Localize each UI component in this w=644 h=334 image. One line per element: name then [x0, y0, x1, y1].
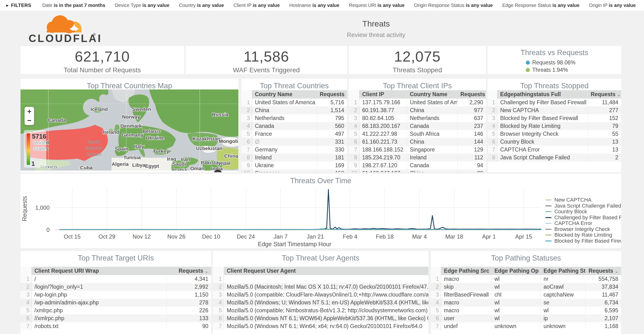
row-rank: 8 — [242, 154, 252, 162]
legend-item-blocked-by-filter-based-firewall[interactable]: Blocked by Filter Based Firewall — [545, 238, 620, 244]
cell-client-request-uri-wrap: /login/?login_only=1 — [32, 283, 166, 291]
column-header-edge-pathing-src[interactable]: Edge Pathing Src — [441, 267, 492, 275]
map-area: CanadaUnitedStatesMexicoCubaIcelandIrela… — [20, 90, 238, 171]
map-label-uzbekistan: Uzbekistan — [196, 146, 222, 151]
cell-country-name: Ireland — [252, 154, 317, 162]
column-header-client-ip[interactable]: Client IP — [359, 90, 407, 99]
filter-origin-ip[interactable]: Origin IP is any value — [589, 3, 636, 8]
column-header-client-request-uri-wrap[interactable]: Client Request URI Wrap — [32, 267, 166, 275]
legend-label: New CAPTCHA — [554, 197, 591, 203]
stat-label: Total Number of Requests — [20, 66, 184, 74]
cloudflare-logo: CLOUDFLARE ® — [24, 12, 100, 45]
row-rank: 7 — [20, 322, 32, 330]
legend-item-country-block[interactable]: Country Block — [545, 209, 620, 215]
filter-date[interactable]: Date is in the past 7 months — [42, 3, 105, 8]
cloudflare-wordmark: CLOUDFLARE — [28, 33, 100, 44]
table-row: 3/wp-login.php1,150 — [20, 291, 211, 299]
cell-requests: 181 — [317, 154, 347, 162]
row-rank: 3 — [431, 291, 441, 299]
filter-client-ip[interactable]: Client IP is any value — [234, 3, 280, 8]
column-header-requests[interactable]: Requests⌄ — [166, 267, 211, 275]
x-tick-label: Apr 1 — [482, 233, 496, 240]
table-row: 6∅331 — [242, 138, 347, 146]
cell-country-name: China — [407, 169, 458, 172]
legend-item-new-captcha[interactable]: New CAPTCHA — [545, 197, 620, 203]
table-row: 3filterBasedFirewallchlcaptchaNew11,467 — [431, 291, 621, 299]
page-title: Threats — [347, 19, 406, 28]
cell-edge-pathing-status: wl — [540, 306, 585, 314]
legend-item-blocked-by-rate-limiting[interactable]: Blocked by Rate Limiting — [545, 232, 620, 238]
table-row: 661.160.221.73China144 — [349, 138, 486, 146]
cell-edgepathingstatus-full: Blocked by Filter Based Firewall — [497, 114, 588, 122]
panel-title: Top Threats Stopped — [488, 82, 621, 90]
column-header-country-name[interactable]: Country Name — [407, 90, 458, 99]
legend-line-icon — [545, 229, 552, 230]
filter-origin-response-status[interactable]: Origin Response Status is any value — [414, 3, 493, 8]
panel-top-pathing-statuses: Top Pathing Statuses Edge Pathing SrcEdg… — [431, 251, 621, 334]
threats-over-time-chart[interactable]: 01,000Oct 15Oct 29Nov 12Nov 26Dec 10Dec … — [20, 174, 621, 248]
top-pathing-statuses: Edge Pathing SrcEdge Pathing OpEdge Path… — [431, 267, 621, 334]
top-threat-client-ips-table: Client IPCountry NameRequests⌄1137.175.7… — [349, 90, 486, 172]
column-header-edgepathingstatus-full[interactable]: Edgepathingstatus Full — [497, 90, 588, 99]
cell-requests: 277 — [588, 106, 621, 114]
row-rank: 7 — [213, 322, 224, 330]
table-row: 2Mozilla/5.0 (Macintosh; Intel Mac OS X … — [213, 283, 428, 291]
zoom-in-button[interactable]: + — [24, 107, 34, 116]
column-header-requests[interactable]: Requests⌄ — [588, 90, 621, 99]
column-header-requests[interactable]: Requests⌄ — [585, 267, 621, 275]
row-rank: 10 — [349, 169, 359, 172]
map-color-legend: 5716 1 — [24, 130, 46, 168]
legend-item-java-script-challenge-failed[interactable]: Java Script Challenge Failed — [545, 203, 620, 209]
cell-edge-pathing-src: filterBasedFirewall — [441, 291, 492, 299]
row-rank: 8 — [488, 154, 497, 162]
legend-item-captcha-error[interactable]: CAPTCHA Error — [545, 220, 620, 226]
cell-requests: 5,716 — [317, 99, 347, 106]
filter-request-uri[interactable]: Request URI is any value — [349, 3, 404, 8]
legend-line-icon — [545, 223, 552, 224]
y-tick-label: 0 — [46, 227, 50, 233]
map-label-libya: Libya — [132, 162, 146, 168]
cell-requests: 1,514 — [317, 106, 347, 114]
filter-hostname[interactable]: Hostname is any value — [289, 3, 340, 8]
row-rank: 6 — [242, 138, 252, 146]
cell-requests: 2,290 — [458, 99, 486, 106]
tvr-legend-label: Threats 1.94% — [532, 67, 568, 73]
filter-country[interactable]: Country is any value — [179, 3, 224, 8]
row-rank: 9 — [349, 162, 359, 169]
column-header-requests[interactable]: Requests⌄ — [458, 90, 486, 99]
row-rank: 3 — [213, 291, 224, 299]
filter-value: is any value — [609, 3, 636, 8]
top-threat-user-agents-table: Client Request User Agent12Mozilla/5.0 (… — [213, 267, 428, 330]
rank-column-header — [349, 90, 359, 99]
filter-device-type[interactable]: Device Type is any value — [115, 3, 170, 8]
table-row: 9Ukraine169 — [242, 162, 347, 169]
cell-requests: 977 — [458, 106, 486, 114]
column-header-edge-pathing-op[interactable]: Edge Pathing Op — [492, 267, 540, 275]
rank-column-header — [488, 90, 497, 99]
cell-edge-pathing-status: se — [540, 299, 585, 306]
cell-requests: 637 — [458, 114, 486, 122]
filter-edge-response-status[interactable]: Edge Response Status is any value — [502, 3, 580, 8]
filter-label: Edge Response Status — [502, 3, 552, 8]
cell-requests: 795 — [317, 114, 347, 122]
cell-client-ip: 188.166.188.152 — [359, 146, 407, 154]
column-header-requests[interactable]: Requests⌄ — [317, 90, 347, 99]
threat-countries-map[interactable]: CanadaUnitedStatesMexicoCubaIcelandIrela… — [20, 90, 238, 171]
row-rank: 6 — [431, 314, 441, 322]
filters-toggle[interactable]: ▶ FILTERS — [6, 3, 31, 8]
legend-item-challenged-by-filter-based-firewall[interactable]: Challenged by Filter Based Firewall — [545, 215, 620, 221]
x-tick-label: Nov 12 — [132, 233, 151, 240]
sort-icon: ⌄ — [617, 93, 620, 97]
threats-vs-requests-card: Threats vs Requests Requests 98.06%Threa… — [488, 46, 621, 74]
legend-line-icon — [545, 240, 552, 241]
map-label-mongolia: Mongolia — [219, 138, 238, 144]
table-row: 3Mozilla/5.0 (compatible; CloudFlare-Alw… — [213, 291, 428, 299]
column-header-edge-pathing-status[interactable]: Edge Pathing Status — [540, 267, 585, 275]
zoom-out-button[interactable]: − — [24, 116, 34, 125]
column-header-client-request-user-agent[interactable]: Client Request User Agent — [224, 267, 428, 275]
rank-column-header — [431, 267, 441, 275]
filter-value: is any value — [312, 3, 339, 8]
column-header-country-name[interactable]: Country Name — [252, 90, 317, 99]
legend-item-browser-integrity-check[interactable]: Browser Integrity Check — [545, 226, 620, 232]
cell-client-ip: 41.222.227.98 — [359, 130, 407, 138]
